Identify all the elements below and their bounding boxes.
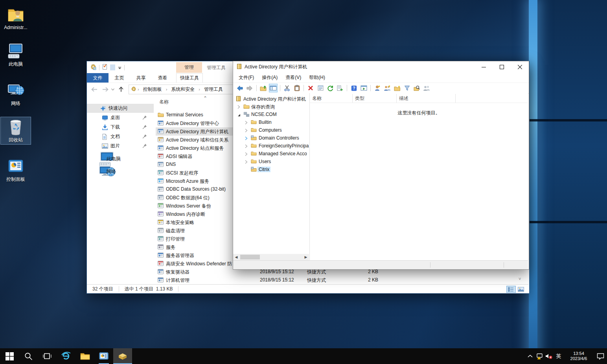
- tree-item-citrix[interactable]: Citrix: [233, 165, 309, 173]
- help-icon[interactable]: ?: [349, 84, 358, 92]
- menu-action[interactable]: 操作(A): [258, 74, 281, 81]
- tree-item-active-directory-[interactable]: Active Directory 用户和计算机: [233, 95, 309, 103]
- refresh-icon[interactable]: [326, 84, 335, 92]
- column-header-名称[interactable]: 名称: [310, 94, 353, 103]
- scroll-left-arrow-icon[interactable]: ◀: [233, 254, 239, 260]
- tab-share[interactable]: 共享: [130, 73, 152, 83]
- menu-help[interactable]: 帮助(H): [305, 74, 329, 81]
- tab-home[interactable]: 主页: [109, 73, 130, 83]
- network-warning-icon[interactable]: !: [535, 348, 544, 364]
- sidebar-item-quick-access[interactable]: 快速访问: [87, 104, 154, 113]
- expand-chevron-icon[interactable]: [245, 136, 248, 142]
- sidebar-item-this-pc[interactable]: 此电脑: [87, 154, 154, 164]
- breadcrumb-system-security[interactable]: 系统和安全: [168, 86, 197, 93]
- volume-muted-icon[interactable]: [544, 348, 554, 364]
- sidebar-item-pictures[interactable]: 图片: [87, 142, 154, 151]
- history-caret-icon[interactable]: [111, 88, 114, 90]
- desktop-icon-this-pc[interactable]: 此电脑: [0, 41, 31, 69]
- tree-item-foreignsecurityprincipa[interactable]: ForeignSecurityPrincipa: [233, 142, 309, 150]
- expand-chevron-icon[interactable]: [237, 105, 240, 110]
- new-user-icon[interactable]: [373, 84, 382, 92]
- sidebar-item-downloads[interactable]: 下载: [87, 123, 154, 132]
- ime-indicator[interactable]: 英: [554, 353, 564, 360]
- tab-file[interactable]: 文件: [87, 73, 109, 83]
- sidebar-item-desktop[interactable]: 桌面: [87, 113, 154, 122]
- back-icon[interactable]: [235, 84, 244, 92]
- minimize-button[interactable]: [475, 61, 493, 72]
- tree-item-builtin[interactable]: Builtin: [233, 118, 309, 126]
- menu-view[interactable]: 查看(V): [281, 74, 305, 81]
- properties-qat-icon[interactable]: [102, 64, 107, 71]
- expand-chevron-icon[interactable]: [245, 144, 248, 149]
- taskbar-button-ad-users-computers[interactable]: [113, 348, 132, 364]
- scrollbar-thumb[interactable]: [240, 255, 260, 259]
- empty-list-message: 这里没有任何项目。: [310, 110, 528, 116]
- tab-view[interactable]: 查看: [152, 73, 173, 83]
- action-center-icon[interactable]: [594, 348, 607, 364]
- delete-icon[interactable]: [306, 84, 315, 92]
- tray-chevron-up-icon[interactable]: [525, 348, 535, 364]
- thumbnail-view-button[interactable]: [516, 286, 526, 293]
- tree-item-users[interactable]: Users: [233, 158, 309, 165]
- tab-shortcut-tools[interactable]: 快捷工具: [176, 73, 203, 83]
- desktop-icon-control-panel[interactable]: 控制面板: [0, 156, 31, 184]
- column-header-描述[interactable]: 描述: [397, 94, 456, 103]
- expand-chevron-icon[interactable]: [245, 152, 248, 157]
- close-button[interactable]: [511, 61, 529, 72]
- cut-icon[interactable]: [283, 84, 291, 92]
- tree-item-computers[interactable]: Computers: [233, 126, 309, 134]
- new-window-icon[interactable]: [359, 84, 368, 92]
- qat-customize-caret-icon[interactable]: [118, 65, 121, 70]
- desktop-icon-recycle-bin[interactable]: 回收站: [0, 117, 31, 145]
- find-icon[interactable]: [412, 84, 421, 92]
- taskbar-button-control-panel[interactable]: [94, 348, 113, 364]
- item-count: 32 个项目: [87, 286, 119, 292]
- tree-item-ncse-com[interactable]: NCSE.COM: [233, 110, 309, 118]
- sidebar-item-documents[interactable]: 文档: [87, 132, 154, 141]
- expand-chevron-icon[interactable]: [245, 120, 248, 126]
- tree-horizontal-scrollbar[interactable]: ◀ ▶: [233, 254, 309, 260]
- sort-ascending-icon[interactable]: ⌃: [203, 96, 207, 101]
- back-icon[interactable]: [91, 87, 98, 92]
- expand-chevron-icon[interactable]: [245, 160, 248, 165]
- properties-icon[interactable]: [316, 84, 325, 92]
- column-header-类型[interactable]: 类型: [353, 94, 397, 103]
- special-permissions-icon[interactable]: [422, 84, 431, 92]
- sidebar-item-network[interactable]: 网络: [87, 167, 154, 176]
- taskbar-button-search[interactable]: [19, 348, 38, 364]
- tree-item-label: Builtin: [259, 119, 272, 125]
- show-console-tree-icon[interactable]: [269, 84, 278, 92]
- up-icon[interactable]: [118, 86, 124, 92]
- taskbar-clock[interactable]: 13:54 2023/4/6: [566, 351, 591, 361]
- paste-icon[interactable]: [292, 84, 301, 92]
- expand-chevron-icon[interactable]: [245, 128, 248, 134]
- desktop-icon-administrator[interactable]: Administr...: [0, 5, 31, 31]
- forward-icon[interactable]: [102, 87, 109, 92]
- maximize-button[interactable]: [493, 61, 511, 72]
- breadcrumb-admin-tools[interactable]: 管理工具: [201, 86, 226, 93]
- scrollbar-track[interactable]: [239, 254, 303, 260]
- export-list-icon[interactable]: [336, 84, 344, 92]
- filter-icon[interactable]: [403, 84, 411, 92]
- up-one-level-icon[interactable]: [259, 84, 268, 92]
- taskbar-button-internet-explorer[interactable]: [57, 348, 75, 364]
- scroll-right-arrow-icon[interactable]: ▶: [303, 254, 309, 260]
- collapse-chevron-icon[interactable]: [237, 112, 241, 118]
- tree-item-domain-controllers[interactable]: Domain Controllers: [233, 134, 309, 142]
- details-view-button[interactable]: [506, 286, 516, 293]
- quick-access-star-icon: [100, 105, 106, 112]
- explorer-icon: [80, 352, 90, 360]
- breadcrumb-control-panel[interactable]: 控制面板: [140, 86, 165, 93]
- taskbar-button-start[interactable]: [0, 348, 19, 364]
- column-header-name[interactable]: 名称: [159, 99, 169, 105]
- forward-icon[interactable]: [245, 84, 254, 92]
- new-group-icon[interactable]: [383, 84, 392, 92]
- tree-item--[interactable]: 保存的查询: [233, 103, 309, 110]
- new-folder-qat-icon[interactable]: [110, 64, 115, 70]
- new-ou-icon[interactable]: [393, 84, 401, 92]
- taskbar-button-file-explorer[interactable]: [75, 348, 94, 364]
- tree-item-managed-service-acco[interactable]: Managed Service Acco: [233, 150, 309, 158]
- taskbar-button-task-view[interactable]: [38, 348, 57, 364]
- desktop-icon-network[interactable]: 网络: [0, 80, 31, 108]
- menu-file[interactable]: 文件(F): [235, 74, 258, 81]
